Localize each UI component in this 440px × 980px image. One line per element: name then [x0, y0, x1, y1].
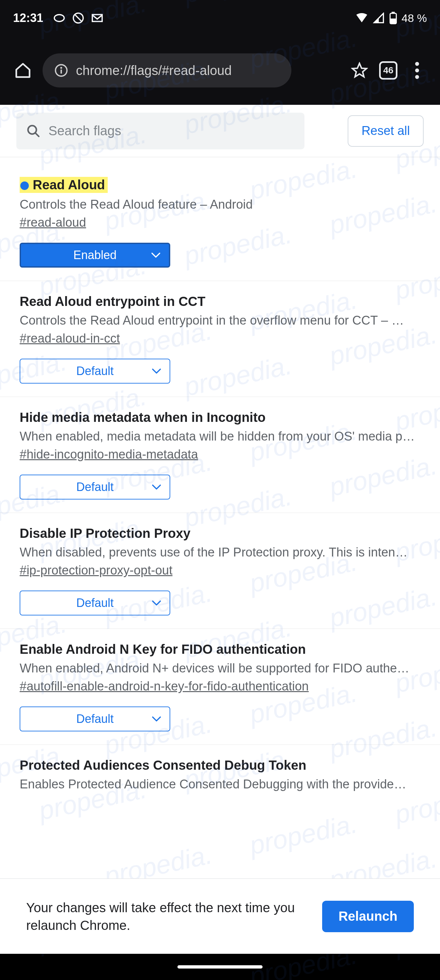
notification-icon: [53, 12, 65, 24]
flag-description: When enabled, media metadata will be hid…: [20, 430, 420, 444]
url-bar[interactable]: chrome://flags/#read-aloud: [43, 53, 291, 88]
svg-point-0: [54, 15, 64, 22]
nav-handle[interactable]: [178, 965, 262, 969]
flag-value-dropdown[interactable]: Default: [20, 475, 170, 500]
modified-indicator-dot: [20, 181, 29, 190]
flag-anchor-link[interactable]: #autofill-enable-android-n-key-for-fido-…: [20, 679, 309, 694]
flags-topbar: Reset all: [0, 105, 440, 157]
svg-rect-5: [390, 19, 396, 24]
flag-value-dropdown[interactable]: Enabled: [20, 243, 170, 267]
flag-description: When enabled, Android N+ devices will be…: [20, 661, 420, 675]
svg-rect-4: [392, 12, 395, 13]
flag-value-dropdown[interactable]: Default: [20, 359, 170, 383]
flag-title: Enable Android N Key for FIDO authentica…: [20, 642, 306, 657]
wifi-icon: [355, 13, 368, 24]
reset-all-button[interactable]: Reset all: [348, 115, 424, 147]
battery-pct: 48 %: [402, 12, 427, 25]
search-flags-input[interactable]: [48, 124, 295, 138]
svg-point-7: [60, 67, 62, 69]
flag-description: When disabled, prevents use of the IP Pr…: [20, 546, 420, 560]
flag-anchor-link[interactable]: #read-aloud-in-cct: [20, 331, 120, 345]
gmail-icon: [91, 12, 103, 24]
svg-point-11: [415, 75, 419, 79]
flag-value-dropdown[interactable]: Default: [20, 590, 170, 616]
flag-item: Read AloudControls the Read Aloud featur…: [0, 164, 440, 281]
home-button[interactable]: [13, 60, 33, 80]
signal-icon: [373, 13, 385, 24]
info-icon: [54, 64, 68, 77]
flag-description: Enables Protected Audience Consented Deb…: [20, 777, 420, 791]
flag-title: Disable IP Protection Proxy: [20, 526, 191, 541]
relaunch-banner: Your changes will take effect the next t…: [0, 878, 440, 954]
dropdown-value: Default: [76, 364, 114, 378]
tab-switcher-button[interactable]: 46: [379, 61, 397, 80]
svg-rect-8: [60, 70, 62, 73]
overflow-menu-button[interactable]: [407, 60, 427, 80]
search-icon: [26, 124, 41, 138]
notification-icon: [72, 12, 84, 24]
flag-description: Controls the Read Aloud entrypoint in th…: [20, 313, 420, 328]
battery-icon: [389, 12, 397, 24]
chevron-down-icon: [152, 716, 161, 722]
flag-description: Controls the Read Aloud feature – Androi…: [20, 197, 420, 212]
flag-item: Hide media metadata when in IncognitoWhe…: [0, 397, 440, 513]
flag-title: Hide media metadata when in Incognito: [20, 410, 265, 425]
dropdown-value: Default: [76, 480, 114, 494]
chevron-down-icon: [151, 252, 160, 258]
flag-title: Read Aloud: [20, 177, 108, 193]
flag-value-dropdown[interactable]: Default: [20, 706, 170, 732]
flag-item: Enable Android N Key for FIDO authentica…: [0, 629, 440, 745]
svg-point-10: [415, 68, 419, 72]
banner-text: Your changes will take effect the next t…: [26, 899, 309, 934]
relaunch-button[interactable]: Relaunch: [322, 901, 414, 932]
browser-toolbar: chrome://flags/#read-aloud 46: [0, 36, 440, 105]
android-nav-bar: [0, 954, 440, 980]
search-flags-box[interactable]: [16, 113, 305, 150]
dropdown-value: Default: [76, 596, 114, 610]
android-status-bar: 12:31 48 %: [0, 0, 440, 36]
chevron-down-icon: [152, 484, 161, 490]
svg-point-9: [415, 62, 419, 66]
dropdown-value: Enabled: [73, 248, 116, 262]
chevron-down-icon: [152, 368, 161, 374]
flag-item: Disable IP Protection ProxyWhen disabled…: [0, 513, 440, 629]
flag-item: Read Aloud entrypoint in CCTControls the…: [0, 281, 440, 397]
status-time: 12:31: [13, 11, 43, 25]
flags-list: Read AloudControls the Read Aloud featur…: [0, 157, 440, 808]
flag-anchor-link[interactable]: #hide-incognito-media-metadata: [20, 447, 198, 461]
dropdown-value: Default: [76, 712, 114, 726]
chevron-down-icon: [152, 600, 161, 606]
flag-anchor-link[interactable]: #ip-protection-proxy-opt-out: [20, 563, 173, 578]
flags-page: Reset all Read AloudControls the Read Al…: [0, 105, 440, 878]
url-text: chrome://flags/#read-aloud: [76, 63, 232, 78]
bookmark-button[interactable]: [349, 60, 369, 80]
flag-title: Protected Audiences Consented Debug Toke…: [20, 758, 307, 773]
flag-title: Read Aloud entrypoint in CCT: [20, 294, 205, 309]
flag-anchor-link[interactable]: #read-aloud: [20, 216, 86, 230]
flag-item: Protected Audiences Consented Debug Toke…: [0, 745, 440, 808]
